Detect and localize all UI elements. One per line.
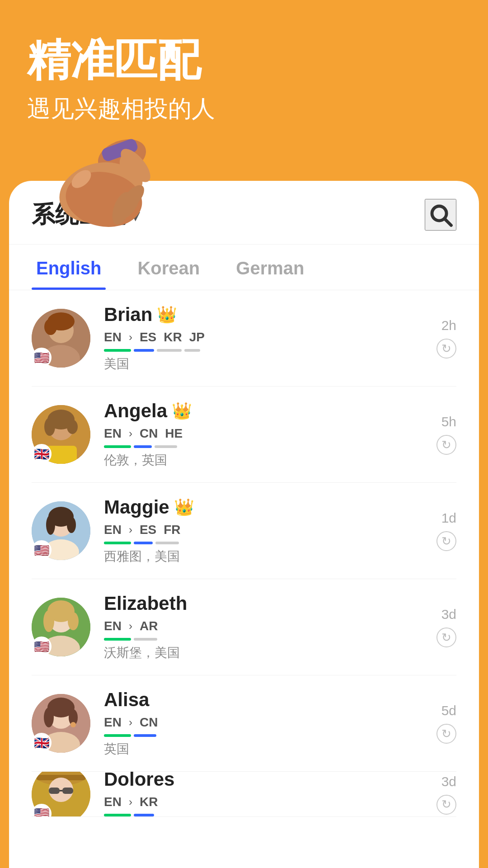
proficiency-bar-1 — [104, 734, 131, 737]
arrow-icon: › — [129, 427, 132, 440]
lang-bars — [104, 734, 423, 737]
header-title: 精准匹配 — [27, 36, 461, 84]
handshake-illustration — [27, 125, 163, 260]
avatar-wrap: 🇺🇸 — [32, 309, 90, 368]
refresh-icon[interactable]: ↻ — [436, 795, 456, 815]
user-name-row: Maggie 👑 — [104, 496, 423, 518]
user-meta: 5h ↻ — [436, 414, 456, 455]
user-meta: 3d ↻ — [436, 774, 456, 815]
proficiency-bar-2 — [134, 638, 157, 641]
lang-from: EN — [104, 523, 122, 537]
table-row[interactable]: 🇺🇸 Maggie 👑 EN › ES FR 西雅图，美 — [32, 483, 456, 579]
lang-tags: EN › KR — [104, 795, 423, 809]
user-info: Angela 👑 EN › CN HE 伦敦，英国 — [104, 400, 423, 469]
refresh-icon[interactable]: ↻ — [436, 339, 456, 359]
arrow-icon: › — [129, 524, 132, 536]
svg-rect-47 — [49, 788, 60, 794]
language-tabs: English Korean German — [9, 245, 479, 290]
user-meta: 3d ↻ — [436, 607, 456, 647]
time-label: 3d — [441, 774, 456, 789]
table-row[interactable]: 🇺🇸 Elizabeth EN › AR 沃斯堡，美国 3d — [32, 579, 456, 675]
refresh-icon[interactable]: ↻ — [436, 531, 456, 551]
user-name: Maggie — [104, 496, 169, 518]
user-info: Maggie 👑 EN › ES FR 西雅图，美国 — [104, 496, 423, 565]
lang-from: EN — [104, 619, 122, 633]
table-row[interactable]: 🇺🇸 Dolores EN › KR 3d ↻ — [32, 772, 456, 817]
refresh-icon[interactable]: ↻ — [436, 724, 456, 744]
search-button[interactable] — [425, 199, 456, 231]
table-row[interactable]: 🇬🇧 Alisa EN › CN 英国 5d ↻ — [32, 675, 456, 772]
proficiency-bar-2 — [134, 349, 154, 352]
arrow-icon: › — [129, 620, 132, 632]
avatar-wrap: 🇺🇸 — [32, 501, 90, 560]
flag-badge: 🇺🇸 — [32, 540, 52, 560]
flag-badge: 🇺🇸 — [32, 637, 52, 656]
lang-to-1: AR — [140, 619, 158, 633]
proficiency-bar-1 — [104, 638, 131, 641]
lang-bars — [104, 542, 423, 544]
user-name-row: Angela 👑 — [104, 400, 423, 422]
proficiency-bar-1 — [104, 349, 131, 352]
proficiency-bar-3 — [155, 542, 179, 544]
flag-badge: 🇬🇧 — [32, 733, 52, 753]
lang-tags: EN › CN — [104, 715, 423, 730]
lang-tags: EN › AR — [104, 619, 423, 633]
lang-to-1: ES — [140, 330, 156, 344]
user-info: Elizabeth EN › AR 沃斯堡，美国 — [104, 593, 423, 661]
lang-bars — [104, 445, 423, 448]
avatar-wrap: 🇬🇧 — [32, 694, 90, 753]
lang-tags: EN › ES FR — [104, 523, 423, 537]
main-card: 系统匹配 ▾ English Korean German — [9, 181, 479, 868]
user-meta: 2h ↻ — [436, 318, 456, 359]
lang-to-2: HE — [165, 426, 183, 441]
svg-point-28 — [46, 515, 55, 535]
time-label: 5h — [441, 414, 456, 429]
arrow-icon: › — [129, 796, 132, 808]
proficiency-bar-3 — [157, 349, 182, 352]
lang-tags: EN › ES KR JP — [104, 330, 423, 344]
arrow-icon: › — [129, 331, 132, 344]
table-row[interactable]: 🇬🇧 Angela 👑 EN › CN HE 伦敦，英国 — [32, 387, 456, 483]
proficiency-bar-1 — [104, 445, 131, 448]
user-info: Alisa EN › CN 英国 — [104, 689, 423, 758]
svg-point-42 — [70, 722, 76, 727]
header-subtitle: 遇见兴趣相投的人 — [27, 93, 461, 125]
proficiency-bar-2 — [134, 445, 152, 448]
user-name-row: Dolores — [104, 772, 423, 790]
handshake-svg — [32, 129, 158, 256]
proficiency-bar-2 — [134, 814, 154, 816]
proficiency-bar-2 — [134, 542, 153, 544]
search-icon — [428, 203, 453, 227]
user-meta: 1d ↻ — [436, 510, 456, 551]
lang-to-3: JP — [189, 330, 205, 344]
svg-rect-48 — [62, 788, 73, 794]
proficiency-bar-2 — [134, 734, 156, 737]
proficiency-bar-1 — [104, 542, 131, 544]
lang-to-1: KR — [140, 795, 158, 809]
lang-bars — [104, 638, 423, 641]
user-name-row: Brian 👑 — [104, 304, 423, 326]
lang-to-1: CN — [140, 426, 158, 441]
avatar-wrap: 🇬🇧 — [32, 405, 90, 464]
tab-english[interactable]: English — [32, 245, 106, 290]
svg-point-16 — [44, 319, 57, 335]
svg-line-11 — [444, 218, 451, 225]
tab-german[interactable]: German — [231, 245, 309, 290]
lang-bars — [104, 814, 423, 816]
tab-korean[interactable]: Korean — [133, 245, 204, 290]
user-name: Elizabeth — [104, 593, 187, 614]
time-label: 3d — [441, 607, 456, 622]
lang-to-2: KR — [164, 330, 182, 344]
time-label: 5d — [441, 703, 456, 718]
table-row[interactable]: 🇺🇸 Brian 👑 EN › ES KR JP — [32, 290, 456, 387]
user-location: 伦敦，英国 — [104, 452, 423, 469]
header-section: 精准匹配 遇见兴趣相投的人 — [0, 0, 488, 181]
refresh-icon[interactable]: ↻ — [436, 627, 456, 647]
lang-tags: EN › CN HE — [104, 426, 423, 441]
lang-bars — [104, 349, 423, 352]
user-name-row: Alisa — [104, 689, 423, 711]
user-info: Brian 👑 EN › ES KR JP 美国 — [104, 304, 423, 373]
lang-from: EN — [104, 426, 122, 441]
refresh-icon[interactable]: ↻ — [436, 435, 456, 455]
user-location: 沃斯堡，美国 — [104, 644, 423, 661]
